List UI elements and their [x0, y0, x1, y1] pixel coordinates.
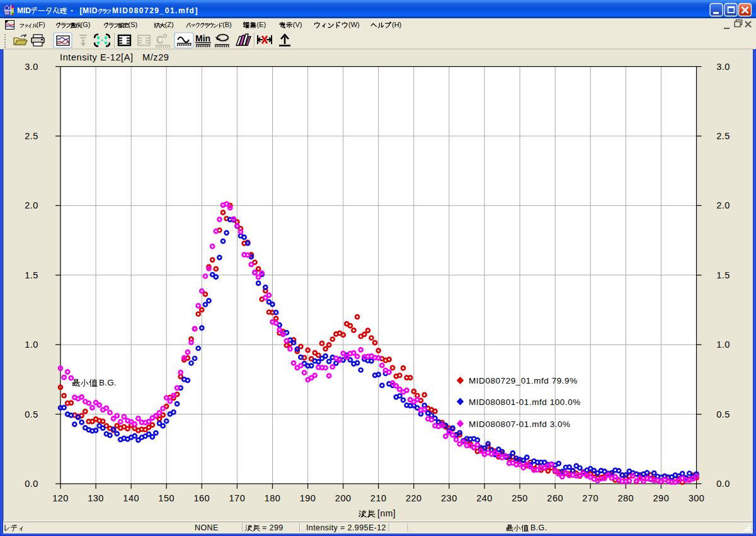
svg-text:MID080807-01.mfd 3.0%: MID080807-01.mfd 3.0%	[469, 419, 571, 429]
svg-text:290: 290	[653, 493, 670, 503]
svg-text:260: 260	[547, 493, 563, 503]
svg-text:0.0: 0.0	[716, 479, 730, 489]
svg-text:(V): (V)	[293, 21, 302, 28]
svg-text:MID: MID	[17, 6, 31, 15]
svg-text:220: 220	[406, 493, 422, 503]
svg-text:(S): (S)	[129, 21, 138, 28]
svg-text:M/z29: M/z29	[142, 52, 169, 62]
svg-text:1.5: 1.5	[716, 270, 730, 280]
svg-text:230: 230	[441, 493, 457, 503]
svg-text:(H): (H)	[392, 21, 401, 28]
svg-text:NONE: NONE	[195, 523, 219, 532]
svg-text:2.0: 2.0	[716, 200, 730, 210]
svg-text:MID080729_01.mfd 79.9%: MID080729_01.mfd 79.9%	[469, 376, 578, 385]
svg-text:170: 170	[229, 493, 246, 503]
svg-text:B.G.: B.G.	[530, 523, 547, 532]
svg-text:(E): (E)	[257, 21, 266, 28]
svg-text:150: 150	[158, 493, 175, 503]
svg-text:2.0: 2.0	[25, 200, 38, 210]
svg-text:1.5: 1.5	[25, 270, 38, 280]
svg-text:280: 280	[617, 493, 634, 503]
svg-text:0.5: 0.5	[716, 409, 730, 419]
svg-text:3.0: 3.0	[716, 62, 730, 72]
svg-text:B.G.: B.G.	[99, 378, 117, 387]
svg-text:0.5: 0.5	[25, 409, 38, 419]
svg-text:2.5: 2.5	[25, 131, 38, 141]
svg-text:240: 240	[476, 493, 493, 503]
svg-text:(B): (B)	[222, 21, 232, 28]
svg-text:[nm]: [nm]	[377, 508, 396, 518]
svg-text:MID080801-01.mfd 100.0%: MID080801-01.mfd 100.0%	[469, 397, 581, 407]
svg-text:MID080729_01.mfd]: MID080729_01.mfd]	[112, 6, 198, 15]
svg-text:190: 190	[300, 493, 316, 503]
svg-text:120: 120	[52, 493, 69, 503]
svg-text:-: -	[71, 6, 73, 15]
svg-text:300: 300	[689, 493, 705, 503]
svg-text:Min: Min	[195, 33, 210, 43]
svg-text:200: 200	[335, 493, 352, 503]
svg-text:(G): (G)	[81, 21, 91, 28]
svg-text:Intensity E-12[A]: Intensity E-12[A]	[60, 52, 134, 62]
svg-text:2.5: 2.5	[716, 131, 730, 141]
svg-text:C: C	[156, 35, 164, 45]
svg-text:180: 180	[265, 493, 281, 503]
svg-text:140: 140	[123, 493, 139, 503]
svg-text:0.0: 0.0	[25, 479, 38, 489]
svg-text:Intensity = 2.995E-12: Intensity = 2.995E-12	[306, 523, 386, 532]
svg-text:[MID: [MID	[80, 6, 98, 15]
svg-text:130: 130	[88, 493, 104, 503]
svg-text:1.0: 1.0	[716, 339, 730, 350]
svg-text:160: 160	[193, 493, 210, 503]
svg-text:(F): (F)	[37, 21, 45, 28]
svg-text:250: 250	[512, 493, 528, 503]
svg-text:1.0: 1.0	[25, 339, 38, 350]
svg-text:(W): (W)	[348, 21, 360, 28]
svg-text:= 299: = 299	[262, 523, 284, 532]
svg-text:210: 210	[370, 493, 387, 503]
svg-text:3.0: 3.0	[25, 62, 38, 72]
svg-text:(Z): (Z)	[165, 21, 174, 28]
svg-text:270: 270	[582, 493, 598, 503]
